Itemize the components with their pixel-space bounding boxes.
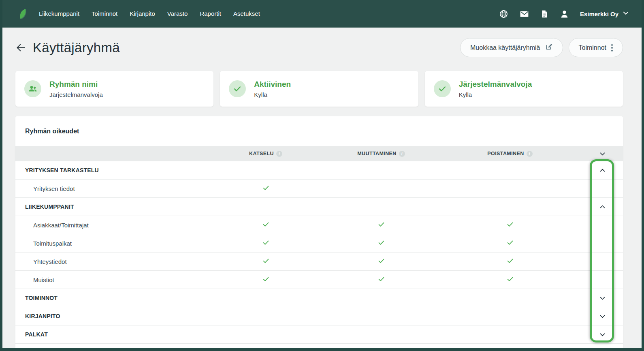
nav-item-liikekumppanit[interactable]: Liikekumppanit (39, 10, 79, 17)
nav-item-toiminnot[interactable]: Toiminnot (92, 10, 117, 17)
users-icon (24, 80, 41, 97)
card-title: Järjestelmänvalvoja (459, 80, 532, 89)
app-screen: Liikekumppanit Toiminnot Kirjanpito Vara… (2, 0, 642, 348)
edit-usergroups-button[interactable]: Muokkaa käyttäjäryhmiä (460, 38, 563, 57)
nav-item-raportit[interactable]: Raportit (200, 10, 221, 17)
muuttaminen-cell (324, 257, 438, 266)
katselu-cell (207, 257, 324, 266)
chevron-down-icon (622, 9, 629, 18)
row-chevron-up-icon[interactable] (582, 203, 623, 210)
nav-item-asetukset[interactable]: Asetukset (233, 10, 260, 17)
card-value: Järjestelmänvalvoja (49, 91, 103, 98)
screenshot-frame: Liikekumppanit Toiminnot Kirjanpito Vara… (0, 0, 644, 351)
main-content: Käyttäjäryhmä Muokkaa käyttäjäryhmiä (2, 28, 642, 348)
row-chevron-down-icon[interactable] (582, 295, 623, 302)
document-icon[interactable] (540, 10, 549, 18)
check-icon (506, 257, 514, 266)
permission-section-row[interactable]: PALKAT (15, 325, 623, 344)
nav-right-tools: Esimerkki Oy (499, 9, 629, 19)
card-title: Aktiivinen (254, 80, 291, 89)
back-arrow-icon[interactable] (15, 42, 26, 53)
page-title: Käyttäjäryhmä (33, 40, 120, 56)
permission-label: Toimituspaikat (15, 240, 207, 247)
muuttaminen-cell (324, 275, 438, 285)
company-switcher[interactable]: Esimerkki Oy (580, 9, 629, 18)
permission-label: Yrityksen tiedot (15, 185, 207, 192)
row-chevron-down-icon[interactable] (582, 313, 623, 320)
poistaminen-cell (438, 257, 582, 266)
permission-item-row: Yrityksen tiedot (15, 180, 623, 198)
permission-label: KIRJANPITO (15, 313, 207, 319)
column-muuttaminen: MUUTTAMINEN i (324, 151, 438, 157)
check-icon (377, 220, 385, 230)
check-icon (506, 239, 514, 248)
mail-icon[interactable] (519, 9, 529, 19)
check-icon (506, 275, 514, 285)
permission-item-row: Yhteystiedot (15, 253, 623, 271)
check-icon (262, 220, 270, 230)
permission-section-row[interactable]: KIRJANPITO (15, 307, 623, 325)
card-value: Kyllä (459, 91, 532, 98)
permission-item-row: Asiakkaat/Toimittajat (15, 216, 623, 234)
check-icon (377, 275, 385, 285)
check-icon (434, 80, 451, 97)
column-katselu: KATSELU i (207, 151, 324, 157)
permission-label: PALKAT (15, 331, 207, 338)
card-title: Ryhmän nimi (49, 80, 103, 89)
nav-item-varasto[interactable]: Varasto (167, 10, 188, 17)
permissions-panel: Ryhmän oikeudet KATSELU i MUUTTAMINEN i … (15, 116, 623, 348)
permission-label: Yhteystiedot (15, 258, 207, 265)
card-admin: Järjestelmänvalvoja Kyllä (425, 71, 623, 107)
card-value: Kyllä (254, 91, 291, 98)
row-chevron-up-icon[interactable] (582, 167, 623, 174)
permission-item-row: Toimituspaikat (15, 234, 623, 253)
card-group-name: Ryhmän nimi Järjestelmänvalvoja (15, 71, 213, 107)
permission-section-row[interactable]: YRITYKSEN TARKASTELU (15, 161, 623, 180)
top-nav: Liikekumppanit Toiminnot Kirjanpito Vara… (2, 0, 642, 28)
row-chevron-down-icon[interactable] (582, 331, 623, 338)
info-icon[interactable]: i (276, 151, 282, 157)
katselu-cell (207, 275, 324, 285)
app-logo-leaf-icon[interactable] (18, 7, 29, 21)
katselu-cell (207, 184, 324, 193)
actions-button[interactable]: Toiminnot (569, 38, 623, 57)
check-icon (506, 220, 514, 230)
check-icon (229, 80, 246, 97)
card-active: Aktiivinen Kyllä (220, 71, 418, 107)
globe-icon[interactable] (499, 9, 508, 19)
company-name: Esimerkki Oy (580, 11, 618, 17)
collapse-all-chevron-down-icon[interactable] (582, 150, 623, 157)
edit-pencil-icon (545, 43, 553, 52)
check-icon (377, 257, 385, 266)
poistaminen-cell (438, 275, 582, 285)
permission-label: YRITYKSEN TARKASTELU (15, 167, 207, 173)
kebab-menu-icon (611, 44, 613, 51)
permission-section-row[interactable]: LIIKEKUMPPANIT (15, 198, 623, 216)
poistaminen-cell (438, 239, 582, 248)
summary-cards: Ryhmän nimi Järjestelmänvalvoja Aktiivin… (15, 71, 623, 107)
permissions-table-header: KATSELU i MUUTTAMINEN i POISTAMINEN i (15, 146, 623, 161)
column-poistaminen: POISTAMINEN i (438, 151, 582, 157)
permission-section-row[interactable]: TOIMINNOT (15, 289, 623, 307)
user-icon[interactable] (560, 9, 569, 19)
muuttaminen-cell (324, 220, 438, 230)
check-icon (262, 184, 270, 193)
panel-title: Ryhmän oikeudet (15, 116, 623, 146)
permission-label: TOIMINNOT (15, 295, 207, 301)
info-icon[interactable]: i (399, 151, 405, 157)
permission-label: Asiakkaat/Toimittajat (15, 222, 207, 229)
check-icon (377, 239, 385, 248)
check-icon (262, 275, 270, 285)
poistaminen-cell (438, 220, 582, 230)
main-menu: Liikekumppanit Toiminnot Kirjanpito Vara… (39, 10, 260, 17)
permission-label: LIIKEKUMPPANIT (15, 203, 207, 210)
permission-item-row: Muistiot (15, 271, 623, 289)
permissions-table-body: YRITYKSEN TARKASTELUYrityksen tiedotLIIK… (15, 161, 623, 344)
nav-item-kirjanpito[interactable]: Kirjanpito (130, 10, 155, 17)
check-icon (262, 239, 270, 248)
check-icon (262, 257, 270, 266)
info-icon[interactable]: i (527, 151, 533, 157)
page-header: Käyttäjäryhmä Muokkaa käyttäjäryhmiä (15, 38, 623, 57)
permission-label: Muistiot (15, 276, 207, 283)
muuttaminen-cell (324, 239, 438, 248)
